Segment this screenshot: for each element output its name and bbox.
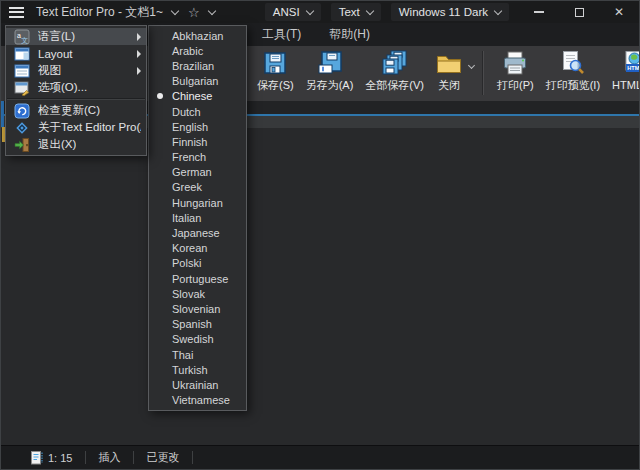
menu-item-layout[interactable]: Layout [6, 45, 146, 62]
app-window: Text Editor Pro - 文档1~ ☆ ANSI Text Windo… [0, 0, 640, 470]
language-menu-item[interactable]: Thai [149, 347, 246, 362]
submenu-arrow-icon [137, 33, 141, 41]
language-menu-item[interactable]: Chinese [149, 89, 246, 104]
language-menu-item[interactable]: Italian [149, 210, 246, 225]
submenu-arrow-icon [137, 67, 141, 75]
save-as-button[interactable]: 另存为(A) [300, 46, 360, 93]
language-label: Dutch [172, 106, 201, 118]
theme-value: Windows 11 Dark [399, 6, 488, 18]
close-button[interactable]: ✕ [599, 1, 639, 23]
html-export-button[interactable]: HTML HTML 导 [606, 46, 640, 93]
menu-item-view[interactable]: 视图 [6, 62, 146, 79]
modified-state-indicator: 已更改 [146, 450, 179, 465]
close-icon: ✕ [614, 6, 624, 18]
language-menu-item[interactable]: Polski [149, 256, 246, 271]
menu-item-about[interactable]: 关于Text Editor Pro(A) [6, 119, 146, 136]
encoding-value: ANSI [273, 6, 300, 18]
language-menu-item[interactable]: Slovak [149, 286, 246, 301]
encoding-dropdown[interactable]: ANSI [265, 3, 321, 21]
statusbar-separator [192, 451, 193, 464]
hamburger-menu-icon[interactable] [1, 1, 31, 23]
window-title: Text Editor Pro - 文档1~ [36, 4, 163, 21]
language-menu-item[interactable]: Turkish [149, 362, 246, 377]
language-label: Spanish [172, 318, 212, 330]
maximize-button[interactable] [559, 1, 599, 23]
close-document-group: 关闭 [430, 46, 476, 93]
language-menu-item[interactable]: French [149, 150, 246, 165]
minimize-button[interactable] [519, 1, 559, 23]
save-all-label: 全部保存(V) [365, 78, 424, 93]
language-menu-item[interactable]: Vietnamese [149, 393, 246, 408]
print-preview-label: 打印预览(I) [546, 78, 600, 93]
layout-icon [14, 46, 31, 62]
close-document-button[interactable]: 关闭 [430, 46, 468, 93]
maximize-icon [575, 8, 584, 17]
menu-item-label: 检查更新(C) [38, 103, 100, 118]
menu-item-language[interactable]: a文 语言(L) [6, 28, 146, 45]
language-menu-item[interactable]: Portuguese [149, 271, 246, 286]
menu-item-check-updates[interactable]: 检查更新(C) [6, 102, 146, 119]
close-dropdown-chevron-icon[interactable] [468, 62, 475, 69]
language-label: Thai [172, 349, 193, 361]
view-icon [14, 63, 31, 79]
print-button[interactable]: 打印(P) [491, 46, 540, 93]
save-all-button[interactable]: 全部保存(V) [359, 46, 430, 93]
language-menu-item[interactable]: Bulgarian [149, 74, 246, 89]
language-menu-item[interactable]: Arabic [149, 43, 246, 58]
language-label: Turkish [172, 364, 208, 376]
language-label: Portuguese [172, 273, 228, 285]
favorite-star-icon[interactable]: ☆ [188, 6, 200, 19]
language-menu-item[interactable]: Slovenian [149, 301, 246, 316]
language-menu-item[interactable]: Finnish [149, 134, 246, 149]
save-button[interactable]: 保存(S) [251, 46, 300, 93]
file-type-dropdown[interactable]: Text [331, 3, 381, 21]
editor-area[interactable] [1, 128, 639, 447]
language-menu-item[interactable]: English [149, 119, 246, 134]
save-icon [262, 50, 288, 76]
language-label: English [172, 121, 208, 133]
menu-item-options[interactable]: 选项(O)... [6, 79, 146, 96]
language-label: Korean [172, 242, 207, 254]
insert-mode-indicator[interactable]: 插入 [98, 450, 120, 465]
theme-dropdown[interactable]: Windows 11 Dark [391, 3, 509, 21]
language-label: Bulgarian [172, 75, 218, 87]
favorites-chevron-down-icon[interactable] [207, 6, 215, 14]
options-icon [14, 80, 31, 96]
language-menu-item[interactable]: Greek [149, 180, 246, 195]
menu-item-exit[interactable]: 退出(X) [6, 136, 146, 153]
save-all-icon [382, 50, 408, 76]
tab-help[interactable]: 帮助(H) [315, 23, 384, 46]
print-preview-button[interactable]: 打印预览(I) [540, 46, 606, 93]
print-icon [502, 50, 528, 76]
language-submenu-popup: Abkhazian Arabic Brazilian Bulgarian Chi… [148, 25, 247, 411]
status-bar: 1: 15 插入 已更改 [1, 445, 639, 469]
title-bar: Text Editor Pro - 文档1~ ☆ ANSI Text Windo… [1, 1, 639, 23]
language-menu-item[interactable]: Spanish [149, 317, 246, 332]
language-menu-item[interactable]: Ukrainian [149, 377, 246, 392]
language-label: Vietnamese [172, 394, 230, 406]
document-chevron-down-icon[interactable] [171, 6, 179, 14]
file-type-value: Text [339, 6, 360, 18]
language-menu-item[interactable]: Japanese [149, 225, 246, 240]
minimize-icon [534, 11, 544, 13]
selected-radio-dot-icon [157, 93, 163, 99]
language-menu-item[interactable]: Abkhazian [149, 28, 246, 43]
menu-item-label: 退出(X) [38, 137, 76, 152]
language-label: Chinese [172, 90, 212, 102]
html-export-icon: HTML [621, 50, 640, 76]
language-label: Abkhazian [172, 30, 223, 42]
language-menu-item[interactable]: Hungarian [149, 195, 246, 210]
print-preview-icon [560, 50, 586, 76]
language-menu-item[interactable]: German [149, 165, 246, 180]
caret-position: 1: 15 [48, 452, 72, 464]
folder-close-icon [436, 50, 462, 76]
tab-tools[interactable]: 工具(T) [248, 23, 315, 46]
language-label: Polski [172, 257, 201, 269]
exit-icon [14, 137, 31, 153]
language-menu-item[interactable]: Dutch [149, 104, 246, 119]
save-label: 保存(S) [257, 78, 294, 93]
language-label: Slovak [172, 288, 205, 300]
language-menu-item[interactable]: Brazilian [149, 58, 246, 73]
language-menu-item[interactable]: Korean [149, 241, 246, 256]
language-menu-item[interactable]: Swedish [149, 332, 246, 347]
